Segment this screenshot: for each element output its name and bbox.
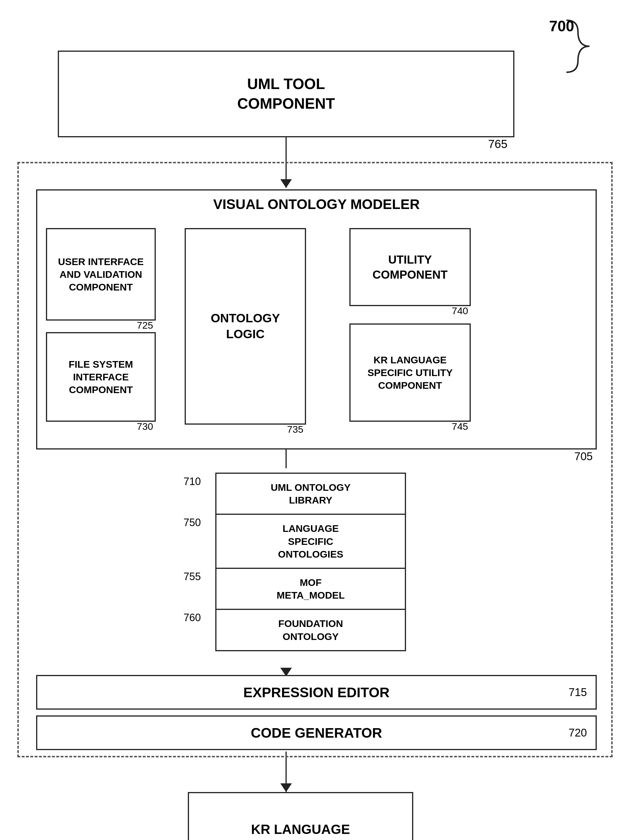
foundation-ontology-box: FOUNDATION ONTOLOGY [215, 609, 406, 651]
expression-editor-label: EXPRESSION EDITOR [243, 684, 389, 700]
dashed-container: VISUAL ONTOLOGY MODELER USER INTERFACE A… [17, 162, 613, 757]
ref-700: 700 [549, 17, 574, 35]
ui-validation-label: USER INTERFACE AND VALIDATION COMPONENT [55, 253, 147, 297]
ui-validation-box: USER INTERFACE AND VALIDATION COMPONENT … [46, 228, 156, 321]
utility-box: UTILITY COMPONENT 740 [349, 228, 471, 306]
ref-740: 740 [452, 305, 468, 316]
ref-735: 735 [287, 424, 303, 435]
diagram: 700 UML TOOL COMPONENT 765 VISUAL ONTOLO… [0, 0, 632, 840]
kr-docs-label: KR LANGUAGE SPECIFIC DOCUMENTS [225, 821, 376, 840]
ref-705: 705 [574, 450, 593, 463]
ref-710: 710 [183, 475, 201, 488]
mof-meta-box: MOF META_MODEL [215, 568, 406, 610]
ref-725: 725 [137, 320, 153, 331]
ref-750: 750 [183, 516, 201, 529]
code-generator-box: CODE GENERATOR 720 [36, 715, 597, 750]
ref-760: 760 [183, 612, 201, 624]
uml-tool-label: UML TOOL COMPONENT [237, 74, 335, 113]
kr-docs-box: KR LANGUAGE SPECIFIC DOCUMENTS 770 [188, 792, 413, 840]
ref-765: 765 [488, 137, 507, 151]
fs-interface-box: FILE SYSTEM INTERFACE COMPONENT 730 [46, 332, 156, 422]
kr-utility-box: KR LANGUAGE SPECIFIC UTILITY COMPONENT 7… [349, 324, 471, 422]
vom-box: VISUAL ONTOLOGY MODELER USER INTERFACE A… [36, 189, 597, 450]
ref-755: 755 [183, 571, 201, 583]
uml-tool-box: UML TOOL COMPONENT 765 [58, 51, 514, 137]
utility-label: UTILITY COMPONENT [372, 252, 448, 282]
kr-utility-label: KR LANGUAGE SPECIFIC UTILITY COMPONENT [365, 351, 456, 395]
ref-730: 730 [137, 421, 153, 432]
svg-marker-6 [280, 783, 292, 792]
vom-title: VISUAL ONTOLOGY MODELER [37, 196, 596, 212]
ontology-libs-area: 710 UML ONTOLOGY LIBRARY 750 LANGUAGE SP… [215, 473, 406, 651]
ref-715: 715 [569, 686, 587, 699]
uml-ontology-lib-box: UML ONTOLOGY LIBRARY [215, 473, 406, 515]
fs-interface-label: FILE SYSTEM INTERFACE COMPONENT [66, 355, 136, 399]
language-specific-box: LANGUAGE SPECIFIC ONTOLOGIES [215, 514, 406, 569]
ref-720: 720 [569, 727, 587, 739]
ref-745: 745 [452, 421, 468, 432]
ontology-logic-box: ONTOLOGY LOGIC 735 [184, 228, 306, 425]
expression-editor-box: EXPRESSION EDITOR 715 [36, 675, 597, 710]
code-generator-label: CODE GENERATOR [251, 725, 382, 741]
ontology-logic-label: ONTOLOGY LOGIC [211, 311, 280, 342]
